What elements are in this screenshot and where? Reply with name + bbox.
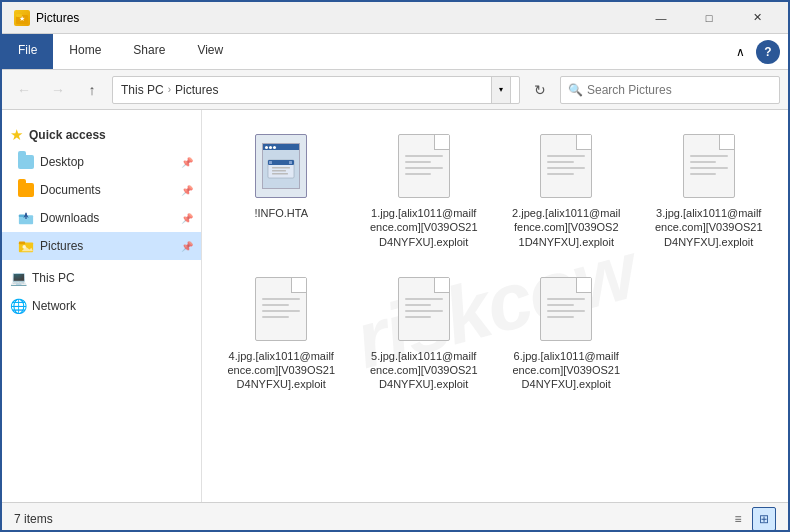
quick-access-star-icon: ★ [10,126,23,144]
title-bar: ★ Pictures — □ ✕ [2,2,788,34]
ribbon-expand-button[interactable]: ∧ [728,40,752,64]
up-button[interactable]: ↑ [78,76,106,104]
svg-rect-8 [19,242,25,245]
ribbon-expand-area: ∧ ? [720,34,788,69]
desktop-icon [18,154,34,170]
network-icon: 🌐 [10,298,26,314]
address-dropdown-button[interactable]: ▾ [491,76,511,104]
svg-rect-16 [272,170,286,172]
view-large-icons-button[interactable]: ⊞ [752,507,776,531]
svg-text:★: ★ [19,15,25,22]
sidebar-item-downloads[interactable]: Downloads 📌 [2,204,201,232]
breadcrumb-segment-2: Pictures [175,83,218,97]
sidebar-item-desktop[interactable]: Desktop 📌 [2,148,201,176]
file-name-6: 6.jpg.[alix1011@mailfence.com][V039OS21D… [511,349,621,392]
sidebar-item-pictures[interactable]: Pictures 📌 [2,232,201,260]
documents-icon [18,182,34,198]
pictures-label: Pictures [40,239,175,253]
svg-rect-13 [269,161,272,164]
main-area: ★ Quick access Desktop 📌 Documents 📌 [2,110,788,502]
pictures-pin-icon: 📌 [181,241,193,252]
file-name-2: 2.jpeg.[alix1011@mailfence.com][V039OS21… [511,206,621,249]
file-item-info-hta[interactable]: !INFO.HTA [214,122,349,257]
doc-file-icon-1 [392,130,456,202]
item-count-label: 7 items [14,512,53,526]
documents-label: Documents [40,183,175,197]
svg-rect-14 [289,161,292,164]
view-buttons: ≡ ⊞ [726,507,776,531]
quick-access-label: Quick access [29,128,106,142]
breadcrumb: This PC › Pictures [121,83,491,97]
maximize-button[interactable]: □ [686,2,732,34]
address-path[interactable]: This PC › Pictures ▾ [112,76,520,104]
window-title: Pictures [36,11,79,25]
quick-access-header[interactable]: ★ Quick access [2,122,201,148]
doc-file-icon-5 [392,273,456,345]
svg-rect-15 [272,167,290,169]
title-bar-left: ★ Pictures [14,10,79,26]
this-pc-icon: 💻 [10,270,26,286]
title-controls: — □ ✕ [638,2,780,34]
tab-home-label: Home [69,43,101,57]
sidebar-item-network[interactable]: 🌐 Network [2,292,201,320]
hta-file-icon [249,130,313,202]
documents-pin-icon: 📌 [181,185,193,196]
downloads-pin-icon: 📌 [181,213,193,224]
file-item-6[interactable]: 6.jpg.[alix1011@mailfence.com][V039OS21D… [499,265,634,400]
downloads-icon [18,210,34,226]
files-grid: !INFO.HTA 1.jpg.[alix1011@mailfence.com]… [214,122,776,400]
forward-button[interactable]: → [44,76,72,104]
close-button[interactable]: ✕ [734,2,780,34]
file-item-4[interactable]: 4.jpg.[alix1011@mailfence.com][V039OS21D… [214,265,349,400]
file-item-1[interactable]: 1.jpg.[alix1011@mailfence.com][V039OS21D… [357,122,492,257]
file-name-info-hta: !INFO.HTA [254,206,308,220]
search-container: 🔍 [560,76,780,104]
tab-share[interactable]: Share [117,34,181,69]
doc-file-icon-2 [534,130,598,202]
breadcrumb-segment-1: This PC [121,83,164,97]
sidebar-item-documents[interactable]: Documents 📌 [2,176,201,204]
doc-file-icon-6 [534,273,598,345]
back-button[interactable]: ← [10,76,38,104]
help-button[interactable]: ? [756,40,780,64]
network-label: Network [32,299,193,313]
search-input[interactable] [560,76,780,104]
title-bar-icon: ★ [14,10,30,26]
tab-file-label: File [18,43,37,57]
minimize-button[interactable]: — [638,2,684,34]
pictures-icon [18,238,34,254]
ribbon: File Home Share View ∧ ? [2,34,788,70]
doc-file-icon-3 [677,130,741,202]
tab-view[interactable]: View [181,34,239,69]
tab-home[interactable]: Home [53,34,117,69]
address-bar: ← → ↑ This PC › Pictures ▾ ↻ 🔍 [2,70,788,110]
tab-view-label: View [197,43,223,57]
desktop-pin-icon: 📌 [181,157,193,168]
file-item-5[interactable]: 5.jpg.[alix1011@mailfence.com][V039OS21D… [357,265,492,400]
file-item-3[interactable]: 3.jpg.[alix1011@mailfence.com][V039OS21D… [642,122,777,257]
downloads-label: Downloads [40,211,175,225]
tab-share-label: Share [133,43,165,57]
doc-file-icon-4 [249,273,313,345]
quick-access-section: ★ Quick access Desktop 📌 Documents 📌 [2,118,201,264]
this-pc-label: This PC [32,271,193,285]
breadcrumb-sep-1: › [168,84,171,95]
svg-rect-17 [272,173,288,175]
file-name-5: 5.jpg.[alix1011@mailfence.com][V039OS21D… [369,349,479,392]
refresh-button[interactable]: ↻ [526,76,554,104]
file-item-2[interactable]: 2.jpeg.[alix1011@mailfence.com][V039OS21… [499,122,634,257]
status-bar: 7 items ≡ ⊞ [2,502,788,532]
file-name-3: 3.jpg.[alix1011@mailfence.com][V039OS21D… [654,206,764,249]
sidebar: ★ Quick access Desktop 📌 Documents 📌 [2,110,202,502]
view-list-button[interactable]: ≡ [726,507,750,531]
sidebar-item-this-pc[interactable]: 💻 This PC [2,264,201,292]
file-name-4: 4.jpg.[alix1011@mailfence.com][V039OS21D… [226,349,336,392]
tab-file[interactable]: File [2,34,53,69]
desktop-label: Desktop [40,155,175,169]
file-name-1: 1.jpg.[alix1011@mailfence.com][V039OS21D… [369,206,479,249]
file-content-area: riskcow [202,110,788,502]
